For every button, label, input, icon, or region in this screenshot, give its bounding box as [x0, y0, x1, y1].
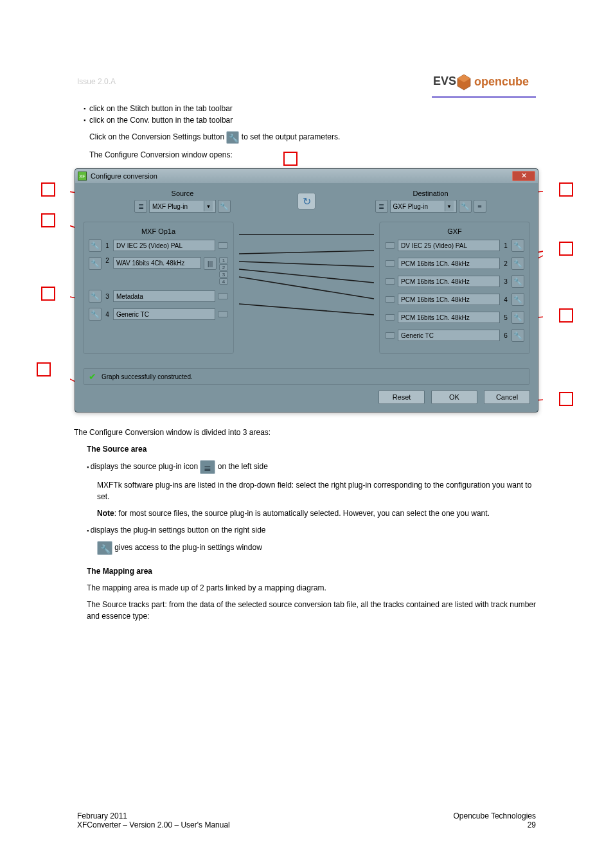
source-track-row: 🔧 4 Generic TC [89, 308, 228, 321]
track-label: PCM 16bits 1Ch. 48kHz [398, 258, 500, 269]
track-settings-button[interactable]: 🔧 [511, 329, 524, 342]
audio-split-icon: ||| [204, 257, 217, 270]
note-body: : for most source files, the source plug… [114, 509, 490, 518]
track-label: Generic TC [398, 330, 500, 341]
annotation-box-5 [37, 362, 51, 376]
destination-panel-title: GXF [385, 227, 524, 235]
status-text: Graph successfully constructed. [102, 373, 193, 380]
source-label: Source [83, 190, 282, 197]
track-port[interactable] [385, 314, 395, 321]
svg-text:EVS: EVS [433, 75, 456, 87]
track-settings-button[interactable]: 🔧 [511, 275, 524, 288]
track-settings-button[interactable]: 🔧 [89, 257, 102, 270]
body-intro: The Configure Conversion window is divid… [74, 427, 539, 438]
brand-logo: EVS opencube [433, 71, 533, 94]
chevron-down-icon: ▼ [445, 201, 454, 211]
track-port[interactable] [385, 278, 395, 285]
destination-add-track-button[interactable]: ≡ [474, 200, 486, 213]
destination-track-row: PCM 16bits 1Ch. 48kHz 3 🔧 [385, 275, 524, 288]
intro-p1-post: to set the output parameters. [242, 132, 340, 141]
source-track-row: 🔧 1 DV IEC 25 (Video) PAL [89, 239, 228, 252]
track-label: Metadata [113, 290, 215, 302]
note-label: Note [97, 509, 114, 518]
source-area-line2: MXFTk software plug-ins are listed in th… [97, 479, 539, 502]
track-number: 3 [502, 278, 509, 285]
footer-page-number: 29 [453, 820, 536, 829]
annotation-box-4 [41, 213, 55, 227]
logo-underline [432, 96, 536, 98]
status-ok-icon: ✔ [89, 371, 96, 382]
source-area-bullet1-post: on the left side [218, 462, 268, 471]
source-tracks-panel: MXF Op1a 🔧 1 DV IEC 25 (Video) PAL 🔧 2 W… [83, 222, 234, 354]
track-number: 4 [502, 296, 509, 303]
cancel-button[interactable]: Cancel [484, 390, 530, 404]
track-port[interactable] [385, 260, 395, 267]
source-plugin-value: MXF Plug-in [152, 203, 188, 210]
destination-track-row: PCM 16bits 1Ch. 48kHz 5 🔧 [385, 311, 524, 324]
dialog-titlebar: XF Configure conversion ✕ [75, 169, 538, 183]
destination-plugin-settings-button[interactable]: 🔧 [459, 200, 472, 213]
destination-tracks-panel: GXF DV IEC 25 (Video) PAL 1 🔧 PCM 16bits… [379, 222, 530, 354]
track-port[interactable] [218, 293, 228, 299]
track-settings-button[interactable]: 🔧 [511, 239, 524, 252]
destination-track-row: PCM 16bits 1Ch. 48kHz 2 🔧 [385, 257, 524, 270]
track-label: DV IEC 25 (Video) PAL [113, 240, 215, 251]
source-plugin-select[interactable]: MXF Plug-in ▼ [149, 200, 216, 213]
source-area: Source ≣ MXF Plug-in ▼ 🔧 [83, 190, 282, 213]
annotation-box-2 [41, 287, 55, 301]
intro-bullet-1: click on the Stitch button in the tab to… [89, 103, 539, 114]
destination-plugin-select[interactable]: GXF Plug-in ▼ [390, 200, 457, 213]
track-number: 4 [104, 311, 111, 318]
track-port[interactable] [385, 242, 395, 249]
track-port[interactable] [218, 242, 228, 249]
destination-track-row: Generic TC 6 🔧 [385, 329, 524, 342]
status-row: ✔ Graph successfully constructed. [83, 368, 530, 385]
annotation-box-7 [559, 242, 573, 256]
annotation-box-3 [283, 152, 298, 166]
track-number: 6 [502, 332, 509, 339]
mapping-wires [239, 222, 374, 354]
track-label: Generic TC [113, 308, 215, 320]
annotation-box-6 [559, 182, 573, 197]
track-number: 2 [104, 257, 111, 264]
refresh-icon: ↻ [303, 195, 311, 208]
reset-button[interactable]: Reset [378, 390, 425, 404]
configure-conversion-dialog: XF Configure conversion ✕ Source ≣ MXF P… [75, 168, 538, 412]
track-settings-button[interactable]: 🔧 [511, 311, 524, 324]
conversion-settings-icon [226, 131, 239, 144]
track-label: PCM 16bits 1Ch. 48kHz [398, 276, 500, 287]
dialog-title: Configure conversion [91, 172, 157, 180]
track-port[interactable] [385, 332, 395, 339]
destination-plugin-value: GXF Plug-in [393, 203, 428, 210]
refresh-button[interactable]: ↻ [298, 193, 315, 209]
track-settings-button[interactable]: 🔧 [511, 293, 524, 306]
close-button[interactable]: ✕ [512, 171, 535, 181]
destination-track-row: PCM 16bits 1Ch. 48kHz 4 🔧 [385, 293, 524, 306]
track-number: 1 [502, 242, 509, 249]
svg-text:opencube: opencube [474, 75, 529, 88]
source-area-bullet2: displays the plug-in settings button on … [91, 526, 266, 535]
chevron-down-icon: ▼ [204, 201, 213, 211]
track-subports[interactable]: 1234 [219, 257, 228, 285]
track-number: 2 [502, 260, 509, 267]
header-issue: Issue 2.0.A [77, 77, 116, 86]
track-number: 1 [104, 242, 111, 249]
track-settings-button[interactable]: 🔧 [89, 308, 102, 321]
ok-button[interactable]: OK [431, 390, 477, 404]
destination-plugin-icon: ≣ [375, 200, 388, 213]
source-track-row: 🔧 3 Metadata [89, 290, 228, 303]
track-port[interactable] [218, 311, 228, 317]
source-area-tail: gives access to the plug-in settings win… [114, 543, 262, 552]
annotation-box-9 [559, 392, 573, 406]
annotation-box-8 [559, 308, 573, 323]
track-settings-button[interactable]: 🔧 [89, 239, 102, 252]
track-label: PCM 16bits 1Ch. 48kHz [398, 294, 500, 305]
track-settings-button[interactable]: 🔧 [89, 290, 102, 303]
track-port[interactable] [385, 296, 395, 303]
track-label: PCM 16bits 1Ch. 48kHz [398, 312, 500, 323]
intro-p1-pre: Click on the Conversion Settings button [89, 132, 226, 141]
app-icon: XF [78, 172, 87, 181]
source-plugin-settings-button[interactable]: 🔧 [218, 200, 231, 213]
track-number: 5 [502, 314, 509, 321]
track-settings-button[interactable]: 🔧 [511, 257, 524, 270]
